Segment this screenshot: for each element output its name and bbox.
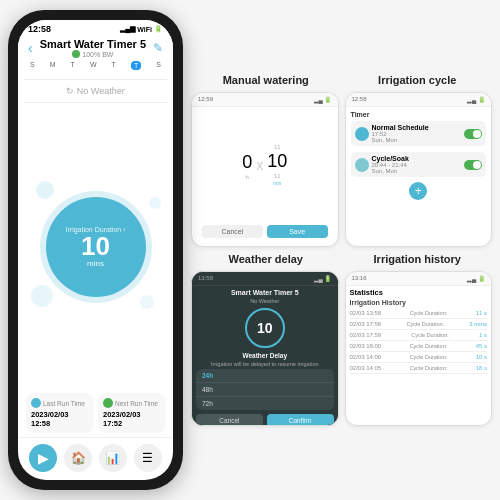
irrigation-cycle-screen: 12:58 ▂▄ 🔋 Timer Normal Schedule 17:52 S… [345, 92, 493, 247]
weather-delay-section-label: Weather Delay [242, 352, 287, 359]
edit-icon[interactable]: ✎ [153, 41, 163, 55]
next-run-card: Next Run Time 2023/02/03 17:52 [98, 393, 165, 433]
hours-col: 0 h [242, 151, 252, 180]
history-section-label: Irrigation History [350, 299, 488, 306]
status-time: 12:58 [28, 24, 51, 34]
history-row-0: 02/03 13:58 Cycle Duration: 11 s [350, 308, 488, 319]
schedule-1-icon [355, 127, 369, 141]
irrigation-history-label: Irrigation history [345, 253, 491, 265]
duration-unit: mins [87, 259, 104, 268]
day-today[interactable]: T [131, 61, 141, 70]
add-schedule-btn[interactable]: + [409, 182, 427, 200]
irr-cycle-body: Timer Normal Schedule 17:52 Sun, Mon [346, 107, 492, 246]
app-layout: 12:58 ▂▄▆ WiFi 🔋 ‹ Smart Water Timer 5 1… [0, 0, 500, 500]
delay-duration-circle: 10 [245, 308, 285, 348]
manual-watering-screen: 12:59 ▂▄ 🔋 0 h x 11 [191, 92, 339, 247]
irrigation-cycle-label: Irrigation cycle [345, 74, 491, 86]
schedule-1-content: Normal Schedule 17:52 Sun, Mon [372, 124, 462, 143]
irr-history-body: Statistics Irrigation History 02/03 13:5… [346, 286, 492, 425]
duration-circle[interactable]: Irrigation Duration › 10 mins [46, 197, 146, 297]
circle-area: Irrigation Duration › 10 mins [18, 105, 173, 389]
timer-separator: x [256, 157, 263, 173]
history-row-4: 02/03 14:00 Cycle Duration: 10 s [350, 352, 488, 363]
day-sat[interactable]: S [156, 61, 161, 70]
schedule-1-toggle[interactable] [464, 129, 482, 139]
delay-confirm-btn[interactable]: Confirm [267, 414, 334, 426]
status-icons: ▂▄▆ WiFi 🔋 [120, 25, 163, 33]
phone-mockup: 12:58 ▂▄▆ WiFi 🔋 ‹ Smart Water Timer 5 1… [8, 10, 183, 490]
delay-option-72h[interactable]: 72h [196, 397, 334, 410]
stats-icon[interactable]: 📊 [99, 444, 127, 472]
right-panel: Manual watering Irrigation cycle 12:59 ▂… [191, 74, 492, 426]
manual-status-bar: 12:59 ▂▄ 🔋 [192, 93, 338, 107]
phone-header: ‹ Smart Water Timer 5 100% BW ✎ S M [18, 36, 173, 77]
weather-delay-status-bar: 13:58 ▂▄ 🔋 [192, 272, 338, 286]
device-name: Smart Water Timer 5 [33, 38, 153, 50]
menu-icon[interactable]: ☰ [134, 444, 162, 472]
schedule-1-row[interactable]: Normal Schedule 17:52 Sun, Mon [351, 121, 487, 146]
weather-delay-label: Weather delay [193, 253, 339, 265]
weather-delay-body: Smart Water Timer 5 No Weather 10 Weathe… [192, 286, 338, 426]
play-button[interactable]: ▶ [29, 444, 57, 472]
weather-area: ↻ No Weather [18, 82, 173, 100]
manual-timer-area: 0 h x 11 10 11 min [197, 111, 333, 219]
day-mon[interactable]: M [50, 61, 56, 70]
history-row-5: 02/03 14:05 Cycle Duration: 18 s [350, 363, 488, 374]
delay-no-weather: No Weather [250, 298, 279, 304]
last-run-value: 2023/02/03 12:58 [31, 410, 88, 428]
days-row: S M T W T T S [28, 58, 163, 73]
duration-value: 10 [81, 233, 110, 259]
schedule-2-toggle[interactable] [464, 160, 482, 170]
manual-buttons: Cancel Save [197, 222, 333, 242]
delay-option-48h[interactable]: 48h [196, 383, 334, 397]
manual-save-btn[interactable]: Save [267, 225, 328, 238]
weather-delay-screen: 13:58 ▂▄ 🔋 Smart Water Timer 5 No Weathe… [191, 271, 339, 426]
day-wed[interactable]: W [90, 61, 97, 70]
last-run-card: Last Run Time 2023/02/03 12:58 [26, 393, 93, 433]
delay-options-list: 24h 48h 72h [196, 369, 334, 410]
delay-option-24h[interactable]: 24h [196, 369, 334, 383]
duration-label: Irrigation Duration › [66, 226, 126, 233]
delay-cancel-btn[interactable]: Cancel [196, 414, 263, 426]
history-row-3: 02/03 18:00 Cycle Duration: 45 s [350, 341, 488, 352]
history-rows: 02/03 13:58 Cycle Duration: 11 s 02/03 1… [350, 308, 488, 374]
delay-action-buttons: Cancel Confirm [196, 414, 334, 426]
history-row-2: 02/03 17:59 Cycle Duration: 1 s [350, 330, 488, 341]
delay-device-name: Smart Water Timer 5 [231, 289, 299, 296]
last-run-icon [31, 398, 41, 408]
history-row-1: 02/03 17:58 Cycle Duration: 3 mins [350, 319, 488, 330]
top-labels-row: Manual watering Irrigation cycle [191, 74, 492, 86]
timer-section-label: Timer [351, 111, 487, 118]
refresh-icon: ↻ [66, 86, 74, 96]
weather-label: No Weather [77, 86, 125, 96]
schedule-2-icon [355, 158, 369, 172]
next-run-icon [103, 398, 113, 408]
irrigation-history-screen: 13:16 ▂▄ 🔋 Statistics Irrigation History… [345, 271, 493, 426]
phone-status-bar: 12:58 ▂▄▆ WiFi 🔋 [18, 20, 173, 36]
minutes-col: 11 10 11 min [267, 144, 287, 186]
manual-watering-label: Manual watering [193, 74, 339, 86]
top-mini-screens: 12:59 ▂▄ 🔋 0 h x 11 [191, 92, 492, 247]
irr-history-status-bar: 13:16 ▂▄ 🔋 [346, 272, 492, 286]
schedule-2-row[interactable]: Cycle/Soak 20:44 - 21:44 Sun, Mon [351, 152, 487, 177]
irr-cycle-status-bar: 12:58 ▂▄ 🔋 [346, 93, 492, 107]
bottom-mini-screens: 13:58 ▂▄ 🔋 Smart Water Timer 5 No Weathe… [191, 271, 492, 426]
home-icon[interactable]: 🏠 [64, 444, 92, 472]
day-thur[interactable]: T [112, 61, 116, 70]
battery-info: 100% BW [33, 50, 153, 58]
schedule-2-content: Cycle/Soak 20:44 - 21:44 Sun, Mon [372, 155, 462, 174]
manual-cancel-btn[interactable]: Cancel [202, 225, 263, 238]
weather-delay-sub: Irrigation will be delayed to resume irr… [211, 361, 319, 367]
next-run-value: 2023/02/03 17:52 [103, 410, 160, 428]
day-sun[interactable]: S [30, 61, 35, 70]
phone-screen: 12:58 ▂▄▆ WiFi 🔋 ‹ Smart Water Timer 5 1… [18, 20, 173, 480]
history-stats-label: Statistics [350, 288, 488, 297]
phone-bottom-bar: ▶ 🏠 📊 ☰ [18, 437, 173, 480]
day-tue[interactable]: T [71, 61, 75, 70]
bottom-labels-row: Weather delay Irrigation history [191, 253, 492, 265]
date-cards: Last Run Time 2023/02/03 12:58 Next Run … [18, 389, 173, 437]
manual-body: 0 h x 11 10 11 min [192, 107, 338, 246]
